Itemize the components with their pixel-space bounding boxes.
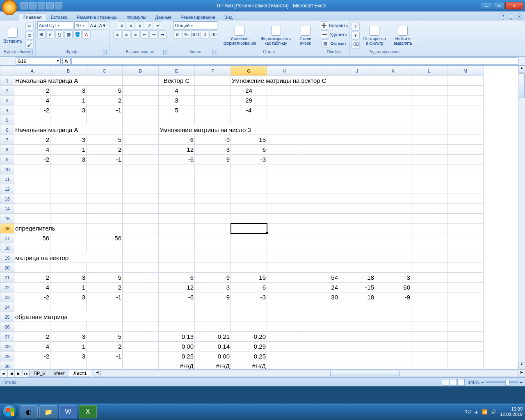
cell-A14[interactable] — [14, 204, 50, 214]
cell-D12[interactable] — [123, 184, 159, 194]
cell-M8[interactable] — [447, 145, 484, 155]
sheet-tab-ПР_6[interactable]: ПР_6 — [29, 370, 49, 377]
cell-E25[interactable] — [159, 312, 195, 322]
cell-L18[interactable] — [411, 243, 447, 253]
cell-L14[interactable] — [411, 204, 447, 214]
cell-G17[interactable] — [231, 233, 267, 243]
cell-D26[interactable] — [123, 322, 159, 332]
cell-F10[interactable] — [195, 164, 231, 174]
cell-I21[interactable]: -54 — [303, 273, 339, 283]
cell-K29[interactable] — [375, 352, 411, 361]
cell-L6[interactable] — [411, 125, 447, 135]
cell-M10[interactable] — [447, 164, 484, 174]
cell-F7[interactable]: -9 — [195, 135, 231, 145]
cell-J7[interactable] — [339, 135, 375, 145]
grow-font-icon[interactable]: A▲ — [90, 21, 98, 30]
cell-J6[interactable] — [339, 125, 375, 135]
cell-G3[interactable]: 29 — [231, 96, 267, 105]
row-header-28[interactable]: 28 — [0, 342, 14, 352]
cell-D14[interactable] — [123, 204, 159, 214]
column-header-A[interactable]: A — [14, 66, 50, 76]
cell-D23[interactable] — [123, 292, 159, 302]
sheet-tab-Лист1[interactable]: Лист1 — [69, 370, 91, 377]
cell-H25[interactable] — [267, 312, 303, 322]
cell-C20[interactable] — [87, 263, 123, 273]
paste-button[interactable]: Вставить — [2, 27, 24, 44]
cell-I9[interactable] — [303, 155, 339, 164]
cell-D6[interactable] — [123, 125, 159, 135]
cell-A16[interactable]: определитель — [14, 224, 87, 233]
cell-K19[interactable] — [375, 253, 411, 263]
grid[interactable]: ABCDEFGHIJKLM 1Начальная матрица АВектор… — [0, 66, 518, 369]
cell-J18[interactable] — [339, 243, 375, 253]
cell-A20[interactable] — [14, 263, 50, 273]
cell-J24[interactable] — [339, 302, 375, 312]
cell-L19[interactable] — [411, 253, 447, 263]
vscroll-thumb[interactable] — [519, 73, 525, 98]
cell-F29[interactable]: 0,00 — [195, 352, 231, 361]
qat-new-icon[interactable] — [46, 2, 54, 9]
cell-D24[interactable] — [123, 302, 159, 312]
column-header-G[interactable]: G — [231, 66, 267, 76]
cell-J27[interactable] — [339, 332, 375, 342]
cell-C23[interactable]: -1 — [87, 292, 123, 302]
cell-M4[interactable] — [447, 105, 484, 115]
cell-K26[interactable] — [375, 322, 411, 332]
cell-C4[interactable]: -1 — [87, 105, 123, 115]
cell-L30[interactable] — [411, 361, 447, 370]
cell-L29[interactable] — [411, 352, 447, 361]
cell-A22[interactable]: 4 — [14, 283, 50, 292]
cell-G30[interactable]: #Н/Д — [231, 361, 267, 370]
delete-cells-icon[interactable]: ➖ — [321, 30, 329, 39]
qat-undo-icon[interactable] — [29, 2, 37, 9]
cell-M25[interactable] — [447, 312, 484, 322]
cell-C26[interactable] — [87, 322, 123, 332]
cell-M28[interactable] — [447, 342, 484, 352]
cell-E9[interactable]: -6 — [159, 155, 195, 164]
cell-I29[interactable] — [303, 352, 339, 361]
cell-B13[interactable] — [50, 194, 87, 204]
taskbar-explorer-icon[interactable]: 📁 — [39, 405, 57, 418]
comma-icon[interactable]: 000 — [191, 30, 199, 39]
cell-M26[interactable] — [447, 322, 484, 332]
cell-E17[interactable] — [159, 233, 195, 243]
align-top-icon[interactable]: ≡ — [118, 21, 126, 30]
cell-D27[interactable] — [123, 332, 159, 342]
cell-I14[interactable] — [303, 204, 339, 214]
cell-H23[interactable] — [267, 292, 303, 302]
cell-I12[interactable] — [303, 184, 339, 194]
increase-indent-icon[interactable]: ⇥ — [149, 30, 158, 39]
taskbar-app-1[interactable]: ◐ — [20, 405, 38, 418]
cell-L24[interactable] — [411, 302, 447, 312]
cell-K27[interactable] — [375, 332, 411, 342]
cell-D28[interactable] — [123, 342, 159, 352]
cell-E30[interactable]: #Н/Д — [159, 361, 195, 370]
cell-M3[interactable] — [447, 96, 484, 105]
cell-H20[interactable] — [267, 263, 303, 273]
cell-M14[interactable] — [447, 204, 484, 214]
cell-H4[interactable] — [267, 105, 303, 115]
format-cells-icon[interactable]: ▦ — [321, 39, 329, 48]
cell-I2[interactable] — [303, 86, 339, 96]
cell-H17[interactable] — [267, 233, 303, 243]
cell-C15[interactable] — [87, 214, 123, 224]
cell-K15[interactable] — [375, 214, 411, 224]
cell-D22[interactable] — [123, 283, 159, 292]
shrink-font-icon[interactable]: A▼ — [99, 21, 107, 30]
cell-I22[interactable]: 24 — [303, 283, 339, 292]
cell-F2[interactable] — [195, 86, 231, 96]
cell-B28[interactable]: 1 — [50, 342, 87, 352]
cell-E28[interactable]: 0,00 — [159, 342, 195, 352]
cell-F1[interactable] — [195, 76, 231, 86]
cell-I25[interactable] — [303, 312, 339, 322]
cell-F25[interactable] — [195, 312, 231, 322]
cell-G7[interactable]: 15 — [231, 135, 267, 145]
cell-M30[interactable] — [447, 361, 484, 370]
cell-I20[interactable] — [303, 263, 339, 273]
orientation-icon[interactable]: ↗ — [145, 21, 153, 30]
cell-J10[interactable] — [339, 164, 375, 174]
cell-E5[interactable] — [159, 115, 195, 125]
cell-C8[interactable]: 2 — [87, 145, 123, 155]
cell-J19[interactable] — [339, 253, 375, 263]
cell-K24[interactable] — [375, 302, 411, 312]
